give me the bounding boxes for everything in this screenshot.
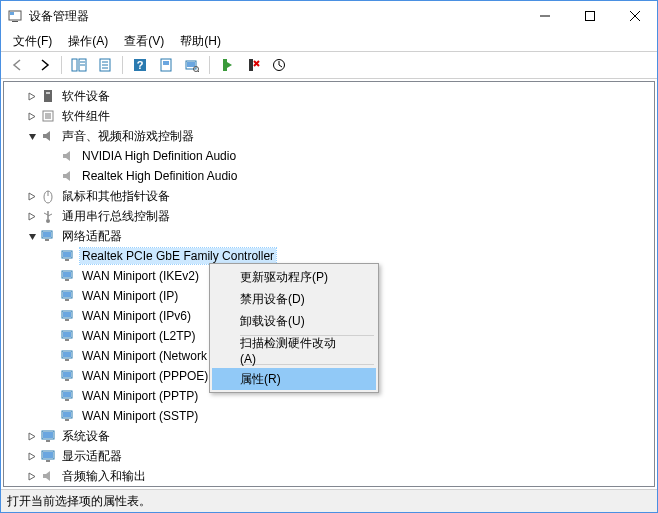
- ctx-scan-hardware[interactable]: 扫描检测硬件改动(A): [212, 339, 376, 361]
- expand-icon[interactable]: [24, 108, 40, 124]
- collapse-icon[interactable]: [24, 228, 40, 244]
- usb-icon: [40, 208, 56, 224]
- computer-icon: [40, 428, 56, 444]
- collapse-icon[interactable]: [24, 128, 40, 144]
- toolbar-forward[interactable]: [33, 54, 55, 76]
- toolbar-update[interactable]: [268, 54, 290, 76]
- ctx-properties[interactable]: 属性(R): [212, 368, 376, 390]
- toolbar-separator: [61, 56, 62, 74]
- network-adapter-icon: [60, 288, 76, 304]
- tree-node-mouse[interactable]: 鼠标和其他指针设备: [4, 186, 654, 206]
- network-adapter-icon: [60, 348, 76, 364]
- tree-label: 网络适配器: [60, 227, 124, 246]
- svg-rect-20: [187, 62, 195, 67]
- speaker-icon: [60, 148, 76, 164]
- tree-label: Realtek High Definition Audio: [80, 168, 239, 184]
- tree-label: WAN Miniport (PPPOE): [80, 368, 210, 384]
- toolbar-disable[interactable]: [242, 54, 264, 76]
- toolbar-help[interactable]: ?: [129, 54, 151, 76]
- toolbar-computer[interactable]: [155, 54, 177, 76]
- toolbar-back[interactable]: [7, 54, 29, 76]
- device-category-icon: [40, 108, 56, 124]
- svg-rect-67: [43, 432, 53, 438]
- tree-node-software-devices[interactable]: 软件设备: [4, 86, 654, 106]
- tree-node-realtek-audio[interactable]: Realtek High Definition Audio: [4, 166, 654, 186]
- tree-label: 软件设备: [60, 87, 112, 106]
- svg-rect-50: [65, 319, 69, 321]
- tree-label: 鼠标和其他指针设备: [60, 187, 172, 206]
- ctx-label: 卸载设备(U): [240, 313, 305, 330]
- expand-icon[interactable]: [24, 468, 40, 484]
- tree-label: 显示适配器: [60, 447, 124, 466]
- tree-node-display[interactable]: 显示适配器: [4, 446, 654, 466]
- svg-rect-64: [63, 412, 71, 417]
- tree-label: 声音、视频和游戏控制器: [60, 127, 196, 146]
- minimize-button[interactable]: [522, 1, 567, 31]
- toolbar-show-hide[interactable]: [68, 54, 90, 76]
- menu-help[interactable]: 帮助(H): [172, 31, 229, 52]
- svg-rect-70: [43, 452, 53, 458]
- tree-label: WAN Miniport (IPv6): [80, 308, 193, 324]
- tree-node-wan-sstp[interactable]: WAN Miniport (SSTP): [4, 406, 654, 426]
- mouse-icon: [40, 188, 56, 204]
- toolbar-properties[interactable]: [94, 54, 116, 76]
- tree-node-sound[interactable]: 声音、视频和游戏控制器: [4, 126, 654, 146]
- svg-rect-61: [63, 392, 71, 397]
- menu-action[interactable]: 操作(A): [60, 31, 116, 52]
- status-text: 打开当前选择项的属性表。: [7, 493, 151, 510]
- speaker-icon: [40, 128, 56, 144]
- tree-node-audio-io[interactable]: 音频输入和输出: [4, 466, 654, 486]
- tree-node-nvidia-audio[interactable]: NVIDIA High Definition Audio: [4, 146, 654, 166]
- svg-rect-24: [249, 59, 253, 71]
- toolbar-enable[interactable]: [216, 54, 238, 76]
- expand-icon[interactable]: [24, 428, 40, 444]
- svg-text:?: ?: [137, 59, 144, 71]
- expand-icon[interactable]: [24, 88, 40, 104]
- menu-view[interactable]: 查看(V): [116, 31, 172, 52]
- tree-node-software-components[interactable]: 软件组件: [4, 106, 654, 126]
- toolbar-scan[interactable]: [181, 54, 203, 76]
- ctx-update-driver[interactable]: 更新驱动程序(P): [212, 266, 376, 288]
- tree-node-usb[interactable]: 通用串行总线控制器: [4, 206, 654, 226]
- svg-rect-2: [10, 12, 14, 15]
- svg-rect-7: [72, 59, 77, 71]
- network-adapter-icon: [60, 408, 76, 424]
- ctx-disable-device[interactable]: 禁用设备(D): [212, 288, 376, 310]
- titlebar: 设备管理器: [1, 1, 657, 31]
- close-button[interactable]: [612, 1, 657, 31]
- display-icon: [40, 448, 56, 464]
- audio-icon: [40, 468, 56, 484]
- svg-line-22: [198, 71, 199, 72]
- svg-rect-41: [65, 259, 69, 261]
- tree-content[interactable]: 软件设备 软件组件 声音、视频和游戏控制器 NVIDIA High Defini…: [3, 81, 655, 487]
- svg-rect-46: [63, 292, 71, 297]
- ctx-uninstall-device[interactable]: 卸载设备(U): [212, 310, 376, 332]
- svg-rect-71: [46, 460, 50, 462]
- device-category-icon: [40, 88, 56, 104]
- tree-label: WAN Miniport (SSTP): [80, 408, 200, 424]
- expand-icon[interactable]: [24, 448, 40, 464]
- tree-node-system[interactable]: 系统设备: [4, 426, 654, 446]
- svg-rect-23: [223, 59, 227, 71]
- svg-rect-52: [63, 332, 71, 337]
- network-adapter-icon: [60, 328, 76, 344]
- ctx-label: 禁用设备(D): [240, 291, 305, 308]
- ctx-label: 更新驱动程序(P): [240, 269, 328, 286]
- svg-rect-4: [585, 12, 594, 21]
- device-manager-window: 设备管理器 文件(F) 操作(A) 查看(V) 帮助(H): [0, 0, 658, 513]
- svg-rect-43: [63, 272, 71, 277]
- statusbar: 打开当前选择项的属性表。: [1, 489, 657, 512]
- svg-rect-1: [12, 21, 18, 22]
- network-icon: [40, 228, 56, 244]
- network-adapter-icon: [60, 248, 76, 264]
- tree-label: 系统设备: [60, 427, 112, 446]
- maximize-button[interactable]: [567, 1, 612, 31]
- expand-icon[interactable]: [24, 188, 40, 204]
- svg-rect-38: [45, 239, 49, 241]
- svg-rect-26: [44, 90, 52, 102]
- expand-icon[interactable]: [24, 208, 40, 224]
- menu-file[interactable]: 文件(F): [5, 31, 60, 52]
- svg-rect-62: [65, 399, 69, 401]
- tree-node-network[interactable]: 网络适配器: [4, 226, 654, 246]
- tree-label: WAN Miniport (PPTP): [80, 388, 200, 404]
